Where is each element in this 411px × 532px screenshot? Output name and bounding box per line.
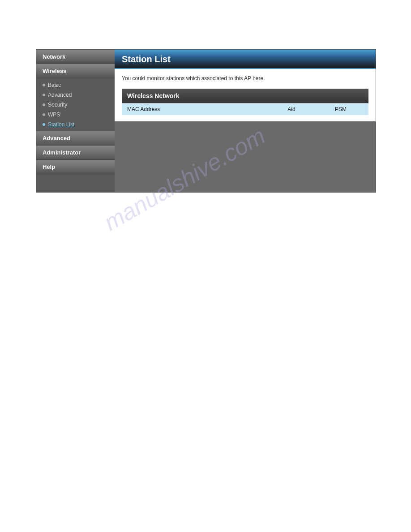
sidebar-item-label: Security (48, 102, 67, 108)
table-header-row: MAC Address Aid PSM (122, 103, 368, 115)
bullet-icon (43, 113, 45, 116)
sidebar-section-wireless[interactable]: Wireless (36, 64, 115, 78)
main-header: Station List (115, 50, 376, 69)
col-psm: PSM (318, 106, 363, 112)
bullet-icon (43, 84, 45, 86)
sidebar-section-help[interactable]: Help (36, 160, 115, 174)
sidebar-item-wps[interactable]: WPS (36, 110, 115, 120)
bullet-icon (43, 103, 45, 106)
sidebar-item-label: Station List (48, 121, 74, 128)
sidebar-section-administrator[interactable]: Administrator (36, 146, 115, 160)
main-content: Station List You could monitor stations … (115, 50, 376, 192)
sidebar-section-advanced[interactable]: Advanced (36, 131, 115, 146)
sidebar-item-station-list[interactable]: Station List (36, 120, 115, 129)
wireless-section-header: Wireless Network (122, 89, 368, 103)
wireless-submenu: Basic Advanced Security WPS Station List (36, 78, 115, 131)
sidebar-item-label: Basic (48, 82, 61, 88)
sidebar-section-network[interactable]: Network (36, 50, 115, 64)
sidebar-item-label: WPS (48, 112, 60, 118)
description-text: You could monitor stations which associa… (122, 75, 368, 82)
bullet-icon (43, 94, 45, 96)
sidebar-item-label: Advanced (48, 92, 72, 98)
sidebar-item-advanced[interactable]: Advanced (36, 90, 115, 100)
sidebar: Network Wireless Basic Advanced Security (36, 50, 115, 192)
page-title: Station List (122, 54, 368, 64)
sidebar-item-basic[interactable]: Basic (36, 80, 115, 90)
main-body: You could monitor stations which associa… (115, 69, 376, 121)
bullet-icon (43, 123, 45, 126)
sidebar-item-security[interactable]: Security (36, 100, 115, 110)
col-aid: Aid (265, 106, 318, 112)
col-mac-address: MAC Address (127, 106, 265, 112)
